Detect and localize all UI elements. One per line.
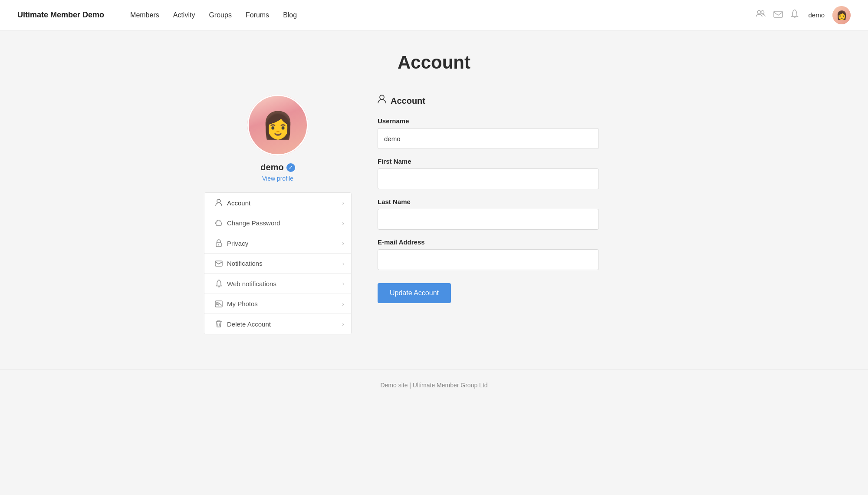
chevron-icon-privacy: ›: [342, 240, 344, 247]
sidebar-label-notifications: Notifications: [227, 260, 342, 267]
bell-nav-icon: [211, 280, 226, 287]
header: Ultimate Member Demo Members Activity Gr…: [0, 0, 868, 30]
main-content: Account 👩 demo ✓ View profile: [195, 30, 673, 369]
svg-rect-6: [215, 261, 222, 266]
svg-point-1: [761, 11, 764, 14]
photo-icon: [211, 300, 226, 307]
svg-point-3: [217, 199, 220, 203]
input-username[interactable]: [378, 128, 599, 149]
form-section-person-icon: [378, 95, 386, 107]
nav-members[interactable]: Members: [130, 11, 159, 19]
lock-icon: [211, 239, 226, 247]
main-nav: Members Activity Groups Forums Blog: [130, 11, 297, 19]
content-area: 👩 demo ✓ View profile Account ›: [204, 95, 664, 334]
chevron-icon-change-password: ›: [342, 220, 344, 227]
bell-icon[interactable]: [791, 10, 799, 20]
sidebar-label-privacy: Privacy: [227, 240, 342, 247]
brand-logo[interactable]: Ultimate Member Demo: [17, 10, 104, 20]
avatar-image: 👩: [832, 6, 851, 24]
form-area: Account Username First Name Last Name E-…: [352, 95, 664, 303]
members-icon[interactable]: [756, 10, 766, 20]
view-profile-link[interactable]: View profile: [262, 175, 293, 182]
svg-point-9: [380, 95, 384, 99]
profile-name-row: demo ✓: [260, 162, 295, 172]
label-last-name: Last Name: [378, 198, 664, 205]
chevron-icon-account: ›: [342, 199, 344, 206]
chevron-icon-my-photos: ›: [342, 300, 344, 307]
svg-rect-7: [215, 301, 222, 307]
sidebar-label-change-password: Change Password: [227, 219, 342, 227]
svg-point-0: [757, 10, 761, 14]
footer-text: Demo site | Ultimate Member Group Ltd: [380, 382, 487, 389]
form-group-email: E-mail Address: [378, 238, 664, 270]
person-icon: [211, 199, 226, 207]
form-group-username: Username: [378, 117, 664, 149]
nav-groups[interactable]: Groups: [209, 11, 231, 19]
sidebar-item-change-password[interactable]: Change Password ›: [204, 213, 351, 233]
label-email: E-mail Address: [378, 238, 664, 246]
profile-name: demo: [260, 162, 283, 172]
form-section-title-text: Account: [391, 96, 425, 106]
sidebar-item-notifications[interactable]: Notifications ›: [204, 254, 351, 274]
form-group-first-name: First Name: [378, 158, 664, 189]
puzzle-icon: [211, 219, 226, 227]
sidebar-label-my-photos: My Photos: [227, 300, 342, 307]
nav-activity[interactable]: Activity: [173, 11, 195, 19]
form-section-header: Account: [378, 95, 664, 107]
sidebar-item-account[interactable]: Account ›: [204, 193, 351, 213]
nav-forums[interactable]: Forums: [246, 11, 269, 19]
label-username: Username: [378, 117, 664, 125]
page-title: Account: [204, 52, 664, 73]
chevron-icon-web-notifications: ›: [342, 280, 344, 287]
verified-badge: ✓: [286, 163, 295, 172]
svg-point-8: [217, 302, 218, 304]
header-avatar[interactable]: 👩: [832, 6, 851, 24]
mail-icon[interactable]: [773, 10, 783, 20]
label-first-name: First Name: [378, 158, 664, 165]
input-last-name[interactable]: [378, 209, 599, 230]
chevron-icon-delete-account: ›: [342, 320, 344, 327]
profile-avatar: 👩: [247, 95, 308, 155]
input-email[interactable]: [378, 249, 599, 270]
sidebar-item-my-photos[interactable]: My Photos ›: [204, 294, 351, 314]
input-first-name[interactable]: [378, 168, 599, 189]
sidebar-item-delete-account[interactable]: Delete Account ›: [204, 314, 351, 334]
sidebar-label-delete-account: Delete Account: [227, 320, 342, 328]
header-username: demo: [808, 11, 825, 19]
sidebar: 👩 demo ✓ View profile Account ›: [204, 95, 352, 334]
sidebar-item-web-notifications[interactable]: Web notifications ›: [204, 274, 351, 294]
envelope-icon: [211, 261, 226, 267]
footer: Demo site | Ultimate Member Group Ltd: [0, 369, 868, 401]
sidebar-label-account: Account: [227, 199, 342, 207]
profile-avatar-wrap: 👩: [247, 95, 308, 155]
form-group-last-name: Last Name: [378, 198, 664, 230]
trash-icon: [211, 320, 226, 328]
svg-rect-2: [774, 11, 783, 17]
update-account-button[interactable]: Update Account: [378, 283, 451, 303]
nav-blog[interactable]: Blog: [283, 11, 297, 19]
svg-point-5: [218, 244, 219, 245]
sidebar-menu: Account › Change Password ›: [204, 192, 352, 334]
sidebar-label-web-notifications: Web notifications: [227, 280, 342, 287]
header-right: demo 👩: [756, 6, 851, 24]
chevron-icon-notifications: ›: [342, 260, 344, 267]
sidebar-item-privacy[interactable]: Privacy ›: [204, 233, 351, 254]
